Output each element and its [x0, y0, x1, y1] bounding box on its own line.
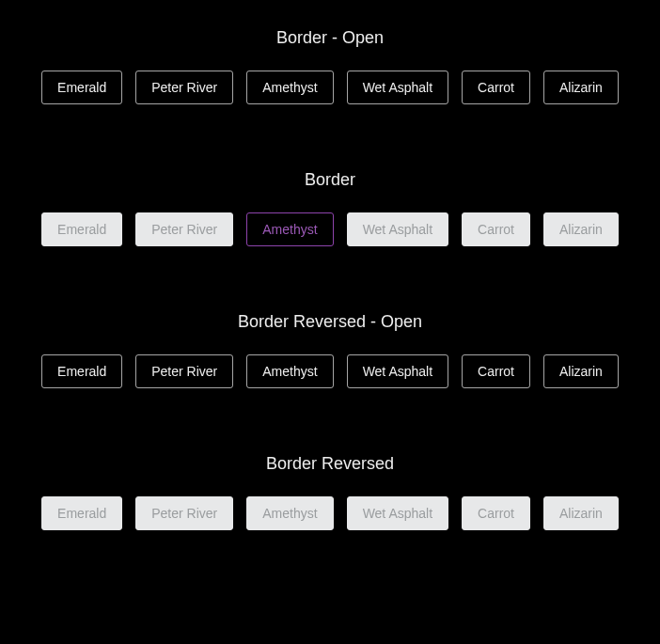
carrot-button[interactable]: Carrot [462, 496, 530, 530]
amethyst-button[interactable]: Amethyst [246, 212, 333, 246]
section-border-reversed-open: Border Reversed - Open Emerald Peter Riv… [19, 312, 641, 388]
peter-river-button[interactable]: Peter River [135, 354, 233, 388]
section-border: Border Emerald Peter River Amethyst Wet … [19, 170, 641, 246]
section-title: Border - Open [19, 28, 641, 48]
alizarin-button[interactable]: Alizarin [543, 496, 619, 530]
peter-river-button[interactable]: Peter River [135, 496, 233, 530]
button-row: Emerald Peter River Amethyst Wet Asphalt… [19, 212, 641, 246]
emerald-button[interactable]: Emerald [41, 212, 122, 246]
wet-asphalt-button[interactable]: Wet Asphalt [347, 71, 448, 104]
peter-river-button[interactable]: Peter River [135, 212, 233, 246]
button-row: Emerald Peter River Amethyst Wet Asphalt… [19, 354, 641, 388]
section-border-reversed: Border Reversed Emerald Peter River Amet… [19, 454, 641, 530]
wet-asphalt-button[interactable]: Wet Asphalt [347, 212, 448, 246]
wet-asphalt-button[interactable]: Wet Asphalt [347, 354, 448, 388]
amethyst-button[interactable]: Amethyst [246, 71, 333, 104]
alizarin-button[interactable]: Alizarin [543, 212, 619, 246]
section-title: Border Reversed [19, 454, 641, 474]
section-title: Border Reversed - Open [19, 312, 641, 332]
emerald-button[interactable]: Emerald [41, 496, 122, 530]
alizarin-button[interactable]: Alizarin [543, 71, 619, 104]
amethyst-button[interactable]: Amethyst [246, 354, 333, 388]
emerald-button[interactable]: Emerald [41, 71, 122, 104]
peter-river-button[interactable]: Peter River [135, 71, 233, 104]
carrot-button[interactable]: Carrot [462, 71, 530, 104]
alizarin-button[interactable]: Alizarin [543, 354, 619, 388]
section-border-open: Border - Open Emerald Peter River Amethy… [19, 28, 641, 104]
emerald-button[interactable]: Emerald [41, 354, 122, 388]
carrot-button[interactable]: Carrot [462, 212, 530, 246]
amethyst-button[interactable]: Amethyst [246, 496, 333, 530]
wet-asphalt-button[interactable]: Wet Asphalt [347, 496, 448, 530]
button-row: Emerald Peter River Amethyst Wet Asphalt… [19, 71, 641, 104]
button-row: Emerald Peter River Amethyst Wet Asphalt… [19, 496, 641, 530]
carrot-button[interactable]: Carrot [462, 354, 530, 388]
section-title: Border [19, 170, 641, 190]
